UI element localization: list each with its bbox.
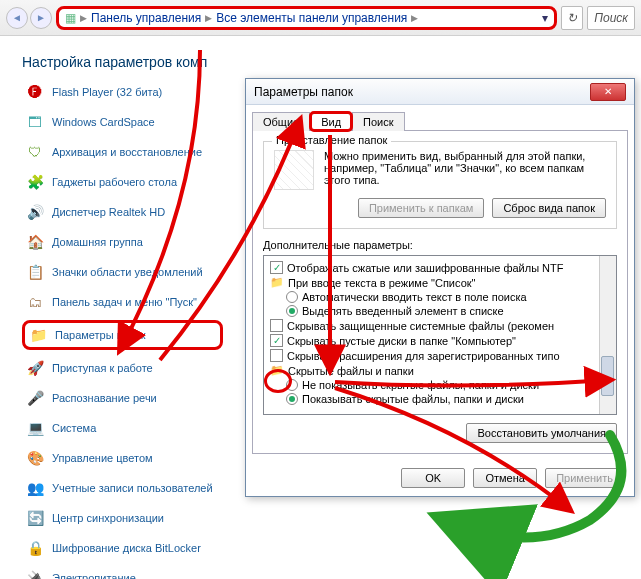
breadcrumb[interactable]: ▦ ▶ Панель управления ▶ Все элементы пан… bbox=[56, 6, 557, 30]
radio[interactable] bbox=[286, 291, 298, 303]
close-button[interactable]: ✕ bbox=[590, 83, 626, 101]
breadcrumb-dropdown-icon[interactable]: ▾ bbox=[542, 11, 548, 25]
item-icon: 🎤 bbox=[26, 389, 44, 407]
item-icon: 🔒 bbox=[26, 539, 44, 557]
item-label: Учетные записи пользователей bbox=[52, 482, 213, 494]
chevron-right-icon: ▶ bbox=[80, 13, 87, 23]
breadcrumb-sub[interactable]: Все элементы панели управления bbox=[216, 11, 407, 25]
tree-item[interactable]: 📁При вводе текста в режиме "Список" bbox=[266, 275, 614, 290]
item-label: Система bbox=[52, 422, 96, 434]
cancel-button[interactable]: Отмена bbox=[473, 468, 537, 488]
chevron-right-icon: ▶ bbox=[411, 13, 418, 23]
tree-item[interactable]: Скрывать защищенные системные файлы (рек… bbox=[266, 318, 614, 333]
nav-forward-button[interactable]: ► bbox=[30, 7, 52, 29]
control-panel-item[interactable]: 🎨Управление цветом bbox=[22, 446, 223, 470]
control-panel-item[interactable]: 💻Система bbox=[22, 416, 223, 440]
control-panel-item[interactable]: 👥Учетные записи пользователей bbox=[22, 476, 223, 500]
restore-defaults-button[interactable]: Восстановить умолчания bbox=[466, 423, 617, 443]
tree-item[interactable]: Не показывать скрытые файлы, папки и дис… bbox=[266, 378, 614, 392]
folder-view-legend: Представление папок bbox=[272, 134, 391, 146]
reset-folders-button[interactable]: Сброс вида папок bbox=[492, 198, 606, 218]
control-panel-item[interactable]: 🅕Flash Player (32 бита) bbox=[22, 80, 223, 104]
item-icon: 🗂 bbox=[26, 293, 44, 311]
item-label: Домашняя группа bbox=[52, 236, 143, 248]
tree-item-label: Скрывать пустые диски в папке "Компьютер… bbox=[287, 335, 516, 347]
item-label: Значки области уведомлений bbox=[52, 266, 203, 278]
control-panel-item[interactable]: 🔄Центр синхронизации bbox=[22, 506, 223, 530]
tab-search[interactable]: Поиск bbox=[352, 112, 404, 131]
apply-button[interactable]: Применить bbox=[545, 468, 624, 488]
item-icon: 🧩 bbox=[26, 173, 44, 191]
item-label: Шифрование диска BitLocker bbox=[52, 542, 201, 554]
item-label: Электропитание bbox=[52, 572, 136, 579]
checkbox[interactable]: ✓ bbox=[270, 261, 283, 274]
tree-item[interactable]: 📁Скрытые файлы и папки bbox=[266, 363, 614, 378]
control-panel-item[interactable]: 🔒Шифрование диска BitLocker bbox=[22, 536, 223, 560]
item-label: Приступая к работе bbox=[52, 362, 153, 374]
tree-item-label: Отображать сжатые или зашифрованные файл… bbox=[287, 262, 563, 274]
tree-item-label: Скрытые файлы и папки bbox=[288, 365, 414, 377]
item-icon: 🔄 bbox=[26, 509, 44, 527]
item-label: Гаджеты рабочего стола bbox=[52, 176, 177, 188]
control-panel-item[interactable]: 📁Параметры папок bbox=[22, 320, 223, 350]
tree-item-label: Не показывать скрытые файлы, папки и дис… bbox=[302, 379, 539, 391]
refresh-button[interactable]: ↻ bbox=[561, 6, 583, 30]
scrollbar-thumb[interactable] bbox=[601, 356, 614, 396]
folder-options-dialog: Параметры папок ✕ Общие Вид Поиск Предст… bbox=[245, 78, 635, 497]
item-icon: 🗔 bbox=[26, 113, 44, 131]
folder-view-icon bbox=[274, 150, 314, 190]
radio[interactable] bbox=[286, 379, 298, 391]
tab-view[interactable]: Вид bbox=[310, 112, 352, 131]
page-title: Настройка параметров комп bbox=[0, 36, 641, 80]
tree-item-label: Скрывать защищенные системные файлы (рек… bbox=[287, 320, 554, 332]
chevron-right-icon: ▶ bbox=[205, 13, 212, 23]
radio[interactable] bbox=[286, 393, 298, 405]
control-panel-item[interactable]: 📋Значки области уведомлений bbox=[22, 260, 223, 284]
folder-icon: 📁 bbox=[270, 276, 284, 289]
control-panel-item[interactable]: 🎤Распознавание речи bbox=[22, 386, 223, 410]
item-label: Диспетчер Realtek HD bbox=[52, 206, 165, 218]
control-panel-item[interactable]: 🧩Гаджеты рабочего стола bbox=[22, 170, 223, 194]
checkbox[interactable]: ✓ bbox=[270, 334, 283, 347]
item-label: Центр синхронизации bbox=[52, 512, 164, 524]
control-panel-item[interactable]: 🚀Приступая к работе bbox=[22, 356, 223, 380]
tree-item-label: Автоматически вводить текст в поле поиск… bbox=[302, 291, 527, 303]
nav-back-button[interactable]: ◄ bbox=[6, 7, 28, 29]
item-icon: 🚀 bbox=[26, 359, 44, 377]
control-panel-item[interactable]: 🗔Windows CardSpace bbox=[22, 110, 223, 134]
tree-item[interactable]: Скрывать расширения для зарегистрированн… bbox=[266, 348, 614, 363]
item-icon: 👥 bbox=[26, 479, 44, 497]
control-panel-item[interactable]: 🏠Домашняя группа bbox=[22, 230, 223, 254]
item-icon: 🎨 bbox=[26, 449, 44, 467]
tree-item[interactable]: Выделять введенный элемент в списке bbox=[266, 304, 614, 318]
tab-general[interactable]: Общие bbox=[252, 112, 310, 131]
tree-item[interactable]: ✓Отображать сжатые или зашифрованные фай… bbox=[266, 260, 614, 275]
item-icon: 🅕 bbox=[26, 83, 44, 101]
control-panel-item[interactable]: 🗂Панель задач и меню "Пуск" bbox=[22, 290, 223, 314]
checkbox[interactable] bbox=[270, 349, 283, 362]
item-label: Параметры папок bbox=[55, 329, 146, 341]
scrollbar[interactable] bbox=[599, 256, 616, 414]
tree-item[interactable]: Показывать скрытые файлы, папки и диски bbox=[266, 392, 614, 406]
apply-to-folders-button[interactable]: Применить к папкам bbox=[358, 198, 485, 218]
item-label: Управление цветом bbox=[52, 452, 153, 464]
tree-item-label: Показывать скрытые файлы, папки и диски bbox=[302, 393, 524, 405]
tree-item[interactable]: Автоматически вводить текст в поле поиск… bbox=[266, 290, 614, 304]
item-label: Windows CardSpace bbox=[52, 116, 155, 128]
item-label: Панель задач и меню "Пуск" bbox=[52, 296, 197, 308]
checkbox[interactable] bbox=[270, 319, 283, 332]
tree-item-label: Скрывать расширения для зарегистрированн… bbox=[287, 350, 560, 362]
breadcrumb-root[interactable]: Панель управления bbox=[91, 11, 201, 25]
dialog-title: Параметры папок bbox=[254, 85, 353, 99]
tree-item-label: При вводе текста в режиме "Список" bbox=[288, 277, 475, 289]
control-panel-item[interactable]: 🔌Электропитание bbox=[22, 566, 223, 579]
control-panel-item[interactable]: 🔊Диспетчер Realtek HD bbox=[22, 200, 223, 224]
breadcrumb-root-icon: ▦ bbox=[65, 11, 76, 25]
radio[interactable] bbox=[286, 305, 298, 317]
ok-button[interactable]: OK bbox=[401, 468, 465, 488]
tree-item[interactable]: ✓Скрывать пустые диски в папке "Компьюте… bbox=[266, 333, 614, 348]
control-panel-item[interactable]: 🛡Архивация и восстановление bbox=[22, 140, 223, 164]
advanced-settings-tree[interactable]: ✓Отображать сжатые или зашифрованные фай… bbox=[263, 255, 617, 415]
item-label: Распознавание речи bbox=[52, 392, 157, 404]
search-input[interactable]: Поиск bbox=[587, 6, 635, 30]
